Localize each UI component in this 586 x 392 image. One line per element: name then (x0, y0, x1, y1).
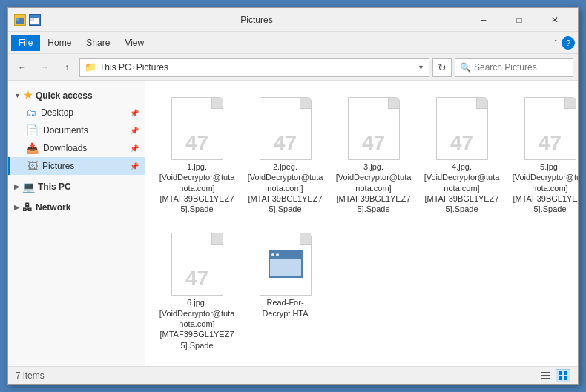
view-controls (538, 369, 570, 382)
sidebar-item-downloads[interactable]: 📥 Downloads 📌 (8, 139, 145, 157)
file-label-1: 1.jpg.[VoidDecryptor@tutanota.com][MTAF3… (158, 162, 236, 214)
desktop-pin-icon: 📌 (130, 109, 139, 117)
maximize-button[interactable]: □ (502, 10, 536, 30)
address-current[interactable]: Pictures (136, 62, 168, 73)
menu-share[interactable]: Share (79, 35, 117, 51)
thispc-label: This PC (38, 182, 71, 192)
file-icon-7 (256, 230, 315, 297)
hta-dot-2 (276, 253, 279, 256)
network-label: Network (36, 202, 70, 213)
file-area: 47 1.jpg.[VoidDecryptor@tutanota.com][MT… (145, 81, 578, 366)
file-item-1[interactable]: 47 1.jpg.[VoidDecryptor@tutanota.com][MT… (154, 90, 240, 219)
file-icon-4: 47 (432, 95, 492, 162)
search-input[interactable] (474, 62, 585, 73)
hta-dot-1 (271, 253, 274, 256)
sidebar-item-desktop[interactable]: 🗂 Desktop 📌 (8, 104, 145, 122)
sidebar-desktop-label: Desktop (41, 107, 73, 118)
help-icon[interactable]: ? (562, 36, 575, 50)
documents-folder-icon: 📄 (26, 124, 39, 136)
svg-rect-5 (541, 375, 550, 376)
file-watermark-3: 47 (362, 131, 385, 155)
svg-rect-3 (30, 18, 34, 21)
quick-access-section: ▼ ★ Quick access 🗂 Desktop 📌 📄 Documents… (8, 87, 145, 175)
file-explorer-window: Pictures – □ ✕ File Home Share View ⌃ ? … (7, 7, 579, 385)
thispc-arrow: ▶ (14, 183, 19, 190)
address-bar[interactable]: 📁 This PC › Pictures ▼ (79, 58, 429, 77)
file-watermark-5: 47 (539, 131, 562, 155)
address-folder-icon: 📁 (85, 62, 96, 73)
sidebar-documents-label: Documents (43, 125, 88, 136)
grid-view-button[interactable] (556, 369, 570, 382)
menu-view[interactable]: View (117, 35, 151, 51)
address-sep1: › (133, 64, 135, 71)
network-header[interactable]: ▶ 🖧 Network (8, 199, 145, 216)
documents-pin-icon: 📌 (130, 127, 139, 135)
quick-access-header[interactable]: ▼ ★ Quick access (8, 87, 145, 104)
file-item-6[interactable]: 47 6.jpg.[VoidDecryptor@tutanota.com][MT… (154, 225, 240, 355)
refresh-button[interactable]: ↻ (432, 58, 452, 77)
quick-access-star-icon: ★ (24, 90, 33, 101)
thispc-header[interactable]: ▶ 💻 This PC (8, 178, 145, 196)
file-item-4[interactable]: 47 4.jpg.[VoidDecryptor@tutanota.com][MT… (419, 90, 504, 219)
desktop-folder-icon: 🗂 (26, 107, 36, 119)
window-controls: – □ ✕ (467, 10, 572, 30)
file-icon-2: 47 (256, 95, 315, 162)
file-label-3: 3.jpg.[VoidDecryptor@tutanota.com][MTAF3… (335, 162, 412, 214)
forward-button[interactable]: → (35, 58, 54, 77)
nav-bar: ← → ↑ 📁 This PC › Pictures ▼ ↻ 🔍 (8, 54, 578, 81)
network-arrow: ▶ (14, 204, 19, 211)
downloads-folder-icon: 📥 (26, 142, 39, 154)
file-item-7[interactable]: Read-For-Decrypt.HTA (243, 225, 328, 324)
svg-rect-9 (559, 376, 562, 380)
thispc-computer-icon: 💻 (22, 181, 35, 193)
address-dropdown-icon[interactable]: ▼ (418, 64, 424, 71)
file-icon-5: 47 (521, 95, 579, 162)
file-label-4: 4.jpg.[VoidDecryptor@tutanota.com][MTAF3… (423, 162, 501, 214)
network-icon: 🖧 (22, 202, 33, 213)
search-box[interactable]: 🔍 (455, 58, 573, 77)
menu-bar: File Home Share View ⌃ ? (8, 32, 578, 54)
sidebar-item-pictures[interactable]: 🖼 Pictures 📌 (8, 157, 145, 175)
file-icon-3: 47 (344, 95, 404, 162)
svg-rect-8 (564, 371, 567, 375)
back-button[interactable]: ← (13, 58, 32, 77)
status-bar: 7 items (8, 366, 578, 384)
svg-rect-6 (541, 378, 550, 379)
file-item-5[interactable]: 47 5.jpg.[VoidDecryptor@tutanota.com][MT… (507, 90, 578, 219)
file-watermark-2: 47 (274, 131, 297, 155)
file-watermark-1: 47 (185, 131, 208, 155)
hta-title-bar (270, 251, 301, 259)
minimize-button[interactable]: – (467, 10, 501, 30)
sidebar-item-documents[interactable]: 📄 Documents 📌 (8, 122, 145, 139)
address-parts: This PC › Pictures (99, 62, 415, 73)
search-icon: 🔍 (460, 62, 471, 73)
sidebar-pictures-label: Pictures (42, 161, 74, 171)
thispc-section: ▶ 💻 This PC (8, 178, 145, 196)
main-content: ▼ ★ Quick access 🗂 Desktop 📌 📄 Documents… (8, 81, 578, 366)
file-label-5: 5.jpg.[VoidDecryptor@tutanota.com][MTAF3… (511, 162, 578, 214)
quick-access-label: Quick access (36, 90, 93, 101)
network-section: ▶ 🖧 Network (8, 199, 145, 216)
file-item-2[interactable]: 47 2.jpeg.[VoidDecryptor@tutanota.com][M… (243, 90, 328, 219)
title-bar: Pictures – □ ✕ (8, 8, 578, 32)
file-item-3[interactable]: 47 3.jpg.[VoidDecryptor@tutanota.com][MT… (331, 90, 416, 219)
file-icon-6: 47 (168, 230, 227, 297)
files-grid: 47 1.jpg.[VoidDecryptor@tutanota.com][MT… (154, 90, 569, 356)
address-this-pc[interactable]: This PC (99, 62, 131, 73)
svg-rect-1 (16, 18, 19, 21)
title-bar-folder-icon (29, 14, 41, 26)
close-button[interactable]: ✕ (538, 10, 572, 30)
svg-rect-7 (559, 371, 562, 375)
menu-file[interactable]: File (11, 35, 40, 51)
up-button[interactable]: ↑ (57, 58, 76, 77)
menu-home[interactable]: Home (40, 35, 79, 51)
sidebar-downloads-label: Downloads (43, 143, 87, 153)
window-title: Pictures (47, 15, 467, 25)
list-view-button[interactable] (538, 369, 553, 382)
file-label-7: Read-For-Decrypt.HTA (246, 297, 324, 319)
collapse-ribbon-icon[interactable]: ⌃ (553, 39, 559, 47)
file-watermark-4: 47 (450, 131, 473, 155)
downloads-pin-icon: 📌 (130, 144, 139, 153)
file-label-6: 6.jpg.[VoidDecryptor@tutanota.com][MTAF3… (158, 297, 236, 350)
file-icon-1: 47 (168, 95, 227, 162)
